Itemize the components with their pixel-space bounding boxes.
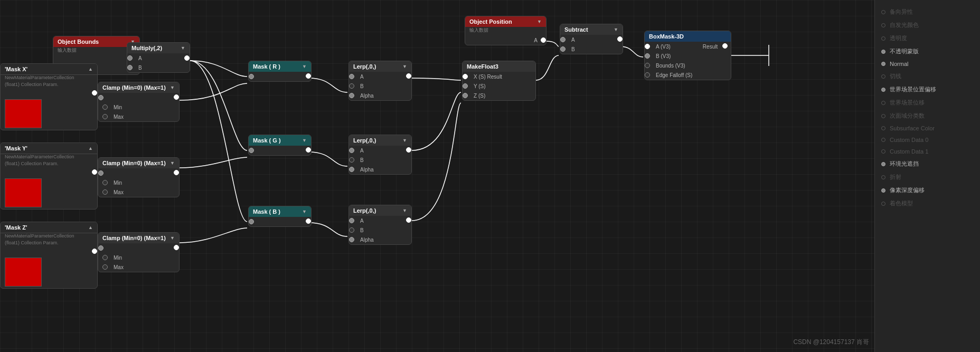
chevron-icon: ▼ <box>402 64 407 69</box>
node-mask-g[interactable]: Mask ( G ) ▼ <box>248 135 312 156</box>
max-pin[interactable] <box>102 114 108 119</box>
input-pin-b[interactable] <box>349 83 354 89</box>
output-pin[interactable] <box>306 73 311 79</box>
panel-item-9[interactable]: Subsurface Color <box>875 122 980 134</box>
node-boxmask[interactable]: BoxMask-3D A (V3) Result B (V3) Bounds (… <box>644 31 731 80</box>
output-pin[interactable] <box>184 55 190 61</box>
input-pin-a[interactable] <box>349 218 354 223</box>
input-pin-b[interactable] <box>560 46 566 52</box>
pin-row-min: Min <box>98 102 179 112</box>
panel-item-8[interactable]: 次面域分类数 <box>875 109 980 122</box>
input-pin-alpha[interactable] <box>349 167 354 172</box>
node-header-multiply: Multiply(,2) ▼ <box>127 43 190 53</box>
min-pin[interactable] <box>102 104 108 110</box>
input-pin[interactable] <box>98 170 103 176</box>
node-clamp2[interactable]: Clamp (Min=0) (Max=1) ▼ Min Max <box>98 157 180 197</box>
input-pin-a[interactable] <box>349 148 354 153</box>
min-pin[interactable] <box>102 180 108 185</box>
node-mask-r[interactable]: Mask ( R ) ▼ <box>248 61 312 82</box>
pin-row-z: Z (S) <box>463 91 535 100</box>
right-panel: 备向异性自发光颜色透明度不透明蒙版Normal切线世界场景位置偏移世界场景位移次… <box>874 0 980 352</box>
panel-item-1[interactable]: 自发光颜色 <box>875 18 980 32</box>
input-pin-b[interactable] <box>349 157 354 163</box>
pin-label-b: B (V3) <box>653 53 674 59</box>
output-pin[interactable] <box>92 90 97 96</box>
node-multiply[interactable]: Multiply(,2) ▼ A B <box>127 42 190 73</box>
panel-item-5[interactable]: 切线 <box>875 70 980 83</box>
max-pin[interactable] <box>102 264 108 270</box>
output-pin[interactable] <box>406 217 411 223</box>
node-label-mask-x: 'Mask X' <box>5 66 27 72</box>
panel-dot-8 <box>881 114 885 118</box>
node-clamp1[interactable]: Clamp (Min=0) (Max=1) ▼ Min Max <box>98 82 180 122</box>
node-title: Clamp (Min=0) (Max=1) <box>102 235 166 241</box>
chevron-icon: ▼ <box>302 138 307 143</box>
node-mask-x[interactable]: 'Mask X' ▲ NewMaterialParameterCollectio… <box>0 63 98 130</box>
input-pin-edge[interactable] <box>645 72 650 78</box>
output-pin[interactable] <box>92 249 97 254</box>
output-pin[interactable] <box>174 94 179 100</box>
node-lerp3[interactable]: Lerp(,0,) ▼ A B Alpha <box>348 205 412 245</box>
node-clamp3[interactable]: Clamp (Min=0) (Max=1) ▼ Min Max <box>98 232 180 272</box>
input-pin-a[interactable] <box>349 74 354 79</box>
input-pin-a[interactable] <box>645 44 650 49</box>
node-object-position[interactable]: Object Position ▼ 输入数据 A <box>465 16 546 45</box>
panel-item-12[interactable]: 环境光遮挡 <box>875 157 980 170</box>
panel-item-13[interactable]: 折射 <box>875 170 980 184</box>
input-pin-a[interactable] <box>560 37 566 42</box>
pin-label-b: B <box>568 46 578 52</box>
output-pin-result[interactable] <box>722 43 728 49</box>
max-pin[interactable] <box>102 189 108 195</box>
pin-row-alpha: Alpha <box>349 235 411 244</box>
panel-item-0[interactable]: 备向异性 <box>875 5 980 18</box>
node-header-subtract: Subtract ▼ <box>560 24 623 35</box>
node-makefloat3[interactable]: MakeFloat3 X (S) Result Y (S) Z (S) <box>462 61 536 101</box>
output-pin-a[interactable] <box>541 37 546 43</box>
panel-item-4[interactable]: Normal <box>875 58 980 70</box>
chevron-icon: ▲ <box>88 66 93 72</box>
output-pin[interactable] <box>174 245 179 250</box>
output-pin[interactable] <box>174 170 179 175</box>
panel-item-10[interactable]: Custom Data 0 <box>875 134 980 146</box>
input-pin-alpha[interactable] <box>349 237 354 242</box>
node-title: MakeFloat3 <box>467 63 498 70</box>
input-pin-a[interactable] <box>127 55 133 61</box>
output-pin[interactable] <box>406 147 411 153</box>
input-pin-z[interactable] <box>463 93 468 98</box>
input-pin-b[interactable] <box>127 65 133 70</box>
node-header-mask-b: Mask ( B ) ▼ <box>249 206 311 217</box>
input-pin-alpha[interactable] <box>349 93 354 98</box>
panel-item-11[interactable]: Custom Data 1 <box>875 146 980 157</box>
node-lerp1[interactable]: Lerp(,0,) ▼ A B Alpha <box>348 61 412 101</box>
input-pin-b[interactable] <box>349 227 354 233</box>
output-pin[interactable] <box>617 36 623 42</box>
panel-item-2[interactable]: 透明度 <box>875 32 980 45</box>
input-pin-b[interactable] <box>645 53 650 59</box>
chevron-icon: ▼ <box>302 64 307 69</box>
input-pin[interactable] <box>249 74 254 79</box>
input-pin-x[interactable] <box>463 74 468 79</box>
input-pin[interactable] <box>249 148 254 153</box>
input-pin[interactable] <box>249 219 254 224</box>
node-mask-z[interactable]: 'Mask Z' ▲ NewMaterialParameterCollectio… <box>0 222 98 289</box>
node-subtract[interactable]: Subtract ▼ A B <box>560 24 623 54</box>
node-mask-y[interactable]: 'Mask Y' ▲ NewMaterialParameterCollectio… <box>0 142 98 210</box>
input-pin[interactable] <box>98 95 103 100</box>
input-pin-bounds[interactable] <box>645 63 650 68</box>
node-header-clamp3: Clamp (Min=0) (Max=1) ▼ <box>98 233 179 243</box>
output-pin[interactable] <box>406 73 411 79</box>
output-pin[interactable] <box>306 218 311 224</box>
input-pin-y[interactable] <box>463 83 468 89</box>
node-mask-b[interactable]: Mask ( B ) ▼ <box>248 206 312 227</box>
panel-item-3[interactable]: 不透明蒙版 <box>875 45 980 58</box>
input-pin[interactable] <box>98 245 103 251</box>
panel-item-7[interactable]: 世界场景位移 <box>875 96 980 109</box>
panel-item-6[interactable]: 世界场景位置偏移 <box>875 83 980 96</box>
pin-row-a: A <box>560 35 623 44</box>
min-pin[interactable] <box>102 255 108 260</box>
node-lerp2[interactable]: Lerp(,0,) ▼ A B Alpha <box>348 135 412 175</box>
panel-item-15[interactable]: 着色模型 <box>875 197 980 210</box>
output-pin[interactable] <box>306 147 311 153</box>
output-pin[interactable] <box>92 169 97 175</box>
panel-item-14[interactable]: 像素深度偏移 <box>875 184 980 197</box>
